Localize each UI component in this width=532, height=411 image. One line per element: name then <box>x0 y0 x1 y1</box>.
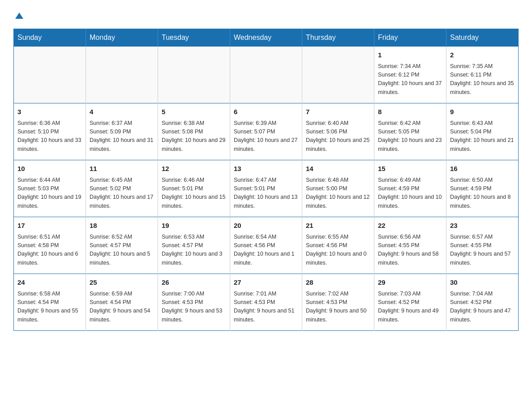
calendar-cell: 14Sunrise: 6:48 AMSunset: 5:00 PMDayligh… <box>302 160 374 217</box>
calendar-cell: 25Sunrise: 6:59 AMSunset: 4:54 PMDayligh… <box>86 274 158 331</box>
day-number: 28 <box>306 278 370 288</box>
day-info: Sunrise: 6:51 AMSunset: 4:58 PMDaylight:… <box>17 233 82 268</box>
day-info: Sunrise: 7:01 AMSunset: 4:53 PMDaylight:… <box>234 290 298 325</box>
day-info: Sunrise: 6:37 AMSunset: 5:09 PMDaylight:… <box>90 119 154 154</box>
day-info: Sunrise: 7:34 AMSunset: 6:12 PMDaylight:… <box>378 62 442 97</box>
day-info: Sunrise: 6:54 AMSunset: 4:56 PMDaylight:… <box>234 233 298 268</box>
day-number: 4 <box>90 107 154 117</box>
calendar-cell: 24Sunrise: 6:58 AMSunset: 4:54 PMDayligh… <box>14 274 86 331</box>
calendar-cell: 7Sunrise: 6:40 AMSunset: 5:06 PMDaylight… <box>302 103 374 160</box>
day-info: Sunrise: 6:40 AMSunset: 5:06 PMDaylight:… <box>306 119 370 154</box>
day-number: 15 <box>378 164 442 174</box>
day-number: 6 <box>234 107 298 117</box>
day-info: Sunrise: 6:44 AMSunset: 5:03 PMDaylight:… <box>17 176 82 211</box>
calendar-cell: 4Sunrise: 6:37 AMSunset: 5:09 PMDaylight… <box>86 103 158 160</box>
calendar-cell <box>86 47 158 103</box>
header-monday: Monday <box>86 29 158 47</box>
day-info: Sunrise: 6:47 AMSunset: 5:01 PMDaylight:… <box>234 176 298 211</box>
day-number: 12 <box>162 164 226 174</box>
day-info: Sunrise: 6:46 AMSunset: 5:01 PMDaylight:… <box>162 176 226 211</box>
day-number: 8 <box>378 107 442 117</box>
day-number: 5 <box>162 107 226 117</box>
calendar-week-row: 10Sunrise: 6:44 AMSunset: 5:03 PMDayligh… <box>14 160 519 217</box>
day-number: 27 <box>234 278 298 288</box>
day-info: Sunrise: 6:52 AMSunset: 4:57 PMDaylight:… <box>90 233 154 268</box>
calendar-cell: 28Sunrise: 7:02 AMSunset: 4:53 PMDayligh… <box>302 274 374 331</box>
calendar-cell <box>302 47 374 103</box>
day-info: Sunrise: 6:45 AMSunset: 5:02 PMDaylight:… <box>90 176 154 211</box>
calendar-cell: 21Sunrise: 6:55 AMSunset: 4:56 PMDayligh… <box>302 217 374 274</box>
calendar-cell: 3Sunrise: 6:36 AMSunset: 5:10 PMDaylight… <box>14 103 86 160</box>
calendar-cell: 12Sunrise: 6:46 AMSunset: 5:01 PMDayligh… <box>158 160 230 217</box>
day-info: Sunrise: 6:55 AMSunset: 4:56 PMDaylight:… <box>306 233 370 268</box>
calendar-cell: 9Sunrise: 6:43 AMSunset: 5:04 PMDaylight… <box>446 103 519 160</box>
day-number: 2 <box>450 50 515 60</box>
calendar-cell: 5Sunrise: 6:38 AMSunset: 5:08 PMDaylight… <box>158 103 230 160</box>
day-number: 7 <box>306 107 370 117</box>
day-info: Sunrise: 7:00 AMSunset: 4:53 PMDaylight:… <box>162 290 226 325</box>
day-info: Sunrise: 7:02 AMSunset: 4:53 PMDaylight:… <box>306 290 370 325</box>
calendar-cell: 6Sunrise: 6:39 AMSunset: 5:07 PMDaylight… <box>230 103 302 160</box>
day-info: Sunrise: 6:57 AMSunset: 4:55 PMDaylight:… <box>450 233 515 268</box>
day-number: 16 <box>450 164 515 174</box>
calendar-table: SundayMondayTuesdayWednesdayThursdayFrid… <box>13 29 519 331</box>
calendar-cell: 10Sunrise: 6:44 AMSunset: 5:03 PMDayligh… <box>14 160 86 217</box>
calendar-cell <box>14 47 86 103</box>
day-info: Sunrise: 7:04 AMSunset: 4:52 PMDaylight:… <box>450 290 515 325</box>
day-number: 29 <box>378 278 442 288</box>
day-number: 13 <box>234 164 298 174</box>
calendar-cell: 23Sunrise: 6:57 AMSunset: 4:55 PMDayligh… <box>446 217 519 274</box>
day-info: Sunrise: 6:39 AMSunset: 5:07 PMDaylight:… <box>234 119 298 154</box>
day-info: Sunrise: 6:42 AMSunset: 5:05 PMDaylight:… <box>378 119 442 154</box>
calendar-cell <box>158 47 230 103</box>
calendar-cell: 13Sunrise: 6:47 AMSunset: 5:01 PMDayligh… <box>230 160 302 217</box>
calendar-cell: 16Sunrise: 6:50 AMSunset: 4:59 PMDayligh… <box>446 160 519 217</box>
logo <box>13 11 24 21</box>
calendar-cell: 11Sunrise: 6:45 AMSunset: 5:02 PMDayligh… <box>86 160 158 217</box>
day-info: Sunrise: 7:35 AMSunset: 6:11 PMDaylight:… <box>450 62 515 97</box>
day-info: Sunrise: 6:48 AMSunset: 5:00 PMDaylight:… <box>306 176 370 211</box>
calendar-cell: 1Sunrise: 7:34 AMSunset: 6:12 PMDaylight… <box>374 47 446 103</box>
day-number: 10 <box>17 164 82 174</box>
calendar-cell <box>230 47 302 103</box>
day-info: Sunrise: 6:38 AMSunset: 5:08 PMDaylight:… <box>162 119 226 154</box>
calendar-cell: 29Sunrise: 7:03 AMSunset: 4:52 PMDayligh… <box>374 274 446 331</box>
day-number: 24 <box>17 278 82 288</box>
day-number: 21 <box>306 221 370 231</box>
day-info: Sunrise: 6:50 AMSunset: 4:59 PMDaylight:… <box>450 176 515 211</box>
day-info: Sunrise: 6:53 AMSunset: 4:57 PMDaylight:… <box>162 233 226 268</box>
day-number: 11 <box>90 164 154 174</box>
day-number: 9 <box>450 107 515 117</box>
day-info: Sunrise: 6:36 AMSunset: 5:10 PMDaylight:… <box>17 119 82 154</box>
calendar-week-row: 24Sunrise: 6:58 AMSunset: 4:54 PMDayligh… <box>14 274 519 331</box>
day-number: 18 <box>90 221 154 231</box>
day-number: 26 <box>162 278 226 288</box>
calendar-week-row: 1Sunrise: 7:34 AMSunset: 6:12 PMDaylight… <box>14 47 519 103</box>
calendar-cell: 27Sunrise: 7:01 AMSunset: 4:53 PMDayligh… <box>230 274 302 331</box>
calendar-cell: 22Sunrise: 6:56 AMSunset: 4:55 PMDayligh… <box>374 217 446 274</box>
day-number: 23 <box>450 221 515 231</box>
day-number: 3 <box>17 107 82 117</box>
calendar-cell: 30Sunrise: 7:04 AMSunset: 4:52 PMDayligh… <box>446 274 519 331</box>
day-info: Sunrise: 6:49 AMSunset: 4:59 PMDaylight:… <box>378 176 442 211</box>
day-info: Sunrise: 6:59 AMSunset: 4:54 PMDaylight:… <box>90 290 154 325</box>
day-number: 20 <box>234 221 298 231</box>
header-tuesday: Tuesday <box>158 29 230 47</box>
header-sunday: Sunday <box>14 29 86 47</box>
calendar-cell: 18Sunrise: 6:52 AMSunset: 4:57 PMDayligh… <box>86 217 158 274</box>
header-wednesday: Wednesday <box>230 29 302 47</box>
header <box>13 11 519 21</box>
day-number: 22 <box>378 221 442 231</box>
calendar-cell: 15Sunrise: 6:49 AMSunset: 4:59 PMDayligh… <box>374 160 446 217</box>
logo-triangle-icon <box>14 11 24 21</box>
day-number: 30 <box>450 278 515 288</box>
day-number: 14 <box>306 164 370 174</box>
day-info: Sunrise: 7:03 AMSunset: 4:52 PMDaylight:… <box>378 290 442 325</box>
day-info: Sunrise: 6:58 AMSunset: 4:54 PMDaylight:… <box>17 290 82 325</box>
day-number: 19 <box>162 221 226 231</box>
header-saturday: Saturday <box>446 29 519 47</box>
calendar-cell: 17Sunrise: 6:51 AMSunset: 4:58 PMDayligh… <box>14 217 86 274</box>
calendar-cell: 26Sunrise: 7:00 AMSunset: 4:53 PMDayligh… <box>158 274 230 331</box>
day-number: 1 <box>378 50 442 60</box>
header-thursday: Thursday <box>302 29 374 47</box>
